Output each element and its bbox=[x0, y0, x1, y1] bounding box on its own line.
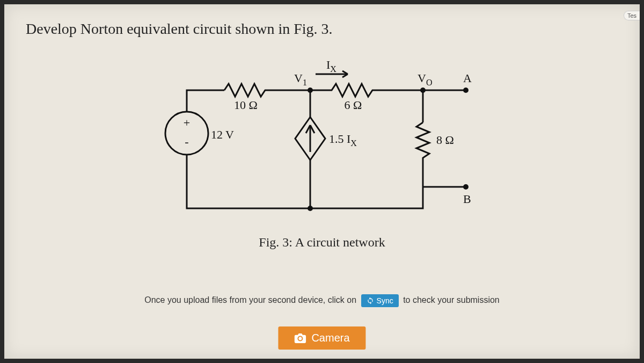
page-content: Tes Develop Norton equivalent circuit sh… bbox=[4, 4, 640, 359]
vo-label: VO bbox=[418, 71, 432, 87]
node-a-label: A bbox=[463, 71, 472, 85]
svg-point-3 bbox=[463, 88, 469, 93]
sync-label: Sync bbox=[377, 296, 393, 305]
sync-button[interactable]: Sync bbox=[361, 294, 399, 307]
instruction-before: Once you upload files from your second d… bbox=[144, 295, 356, 304]
circuit-diagram: + - 12 V 1.5 IX IX 10 Ω 6 Ω 8 Ω V1 VO A … bbox=[155, 58, 498, 230]
svg-point-4 bbox=[308, 206, 313, 211]
ix-label: IX bbox=[326, 58, 336, 74]
camera-button[interactable]: Camera bbox=[278, 326, 365, 350]
r1-label: 10 Ω bbox=[234, 98, 258, 112]
sync-icon bbox=[367, 297, 374, 304]
dep-source-label: 1.5 IX bbox=[329, 132, 357, 148]
source-voltage-label: 12 V bbox=[211, 128, 234, 141]
camera-icon bbox=[294, 333, 306, 343]
svg-point-1 bbox=[308, 88, 313, 93]
question-text: Develop Norton equivalent circuit shown … bbox=[4, 4, 640, 38]
corner-tag: Tes bbox=[624, 11, 640, 20]
source-plus-label: + bbox=[184, 116, 190, 129]
camera-label: Camera bbox=[311, 332, 349, 344]
upload-instruction: Once you upload files from your second d… bbox=[4, 294, 640, 307]
rload-label: 8 Ω bbox=[436, 133, 454, 147]
source-minus-label: - bbox=[185, 135, 188, 148]
instruction-after: to check your submission bbox=[403, 295, 500, 304]
svg-point-2 bbox=[420, 88, 426, 93]
node-b-label: B bbox=[463, 192, 471, 206]
r2-label: 6 Ω bbox=[345, 98, 362, 112]
svg-point-5 bbox=[463, 184, 469, 190]
figure-caption: Fig. 3: A circuit network bbox=[4, 235, 640, 250]
v1-label: V1 bbox=[294, 71, 307, 87]
